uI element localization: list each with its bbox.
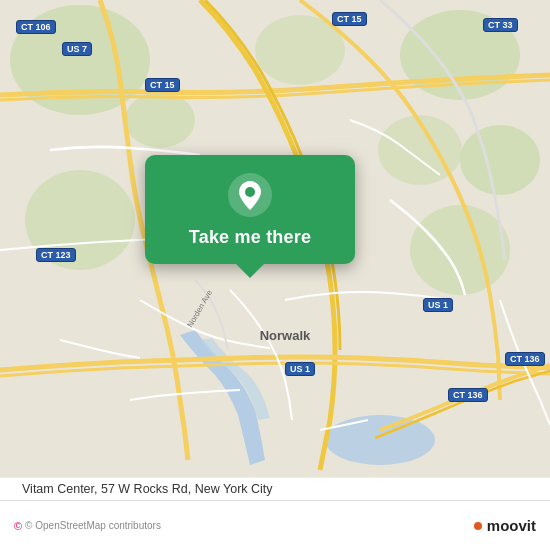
copyright-symbol: © (14, 520, 22, 532)
bottom-bar: © © OpenStreetMap contributors moovit (0, 500, 550, 550)
badge-ct136b: CT 136 (505, 352, 545, 366)
badge-ct33: CT 33 (483, 18, 518, 32)
address-text: Vitam Center, 57 W Rocks Rd, New York Ci… (14, 482, 536, 496)
moovit-logo[interactable]: moovit (474, 517, 536, 534)
attribution: © © OpenStreetMap contributors (14, 520, 161, 532)
take-me-there-button[interactable]: Take me there (189, 227, 311, 248)
badge-us1a: US 1 (285, 362, 315, 376)
svg-point-3 (460, 125, 540, 195)
svg-text:Norwalk: Norwalk (260, 328, 311, 343)
badge-ct123: CT 123 (36, 248, 76, 262)
badge-ct15a: CT 15 (145, 78, 180, 92)
badge-us7: US 7 (62, 42, 92, 56)
location-card: Take me there (145, 155, 355, 264)
svg-point-7 (125, 92, 195, 148)
map-pin-icon (228, 173, 272, 217)
map-container: Norwalk Norden Ave US 7 CT 106 CT 15 CT … (0, 0, 550, 500)
address-bar: Vitam Center, 57 W Rocks Rd, New York Ci… (0, 477, 550, 500)
svg-point-13 (245, 187, 255, 197)
badge-ct15b: CT 15 (332, 12, 367, 26)
svg-point-9 (325, 415, 435, 465)
badge-ct106: CT 106 (16, 20, 56, 34)
moovit-dot (474, 522, 482, 530)
attribution-text: © OpenStreetMap contributors (25, 520, 161, 531)
badge-ct136a: CT 136 (448, 388, 488, 402)
badge-us1b: US 1 (423, 298, 453, 312)
moovit-text: moovit (487, 517, 536, 534)
